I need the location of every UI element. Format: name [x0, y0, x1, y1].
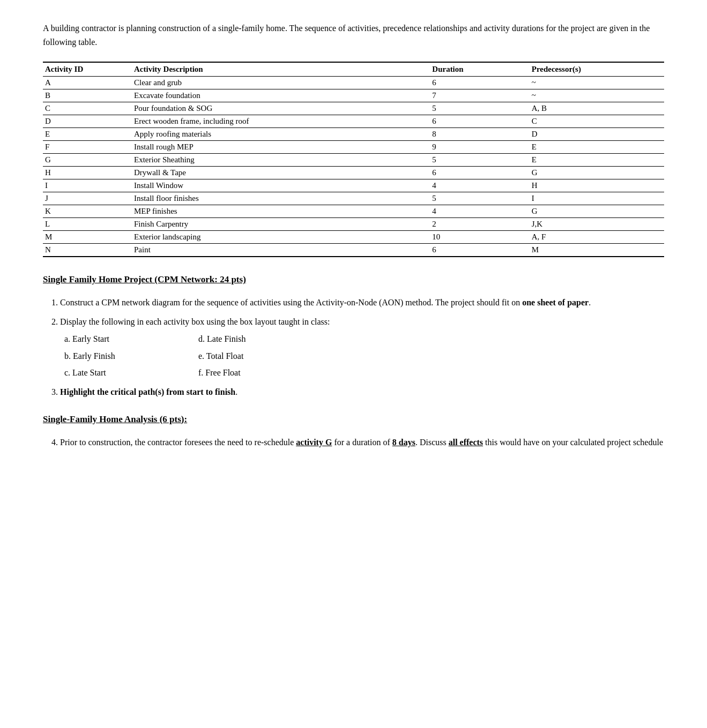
cell-id: F	[43, 141, 134, 154]
cell-duration: 5	[432, 102, 531, 115]
cell-duration: 10	[432, 231, 531, 244]
sub-item-a: a. Early Start	[64, 332, 198, 346]
q3-bold: Highlight the critical path(s) from star…	[60, 387, 235, 396]
q4-text: Prior to construction, the contractor fo…	[60, 438, 296, 447]
col-header-id: Activity ID	[43, 62, 134, 77]
cell-id: I	[43, 179, 134, 192]
cell-duration: 5	[432, 192, 531, 205]
questions-list: Construct a CPM network diagram for the …	[43, 296, 664, 399]
col-header-predecessors: Predecessor(s)	[532, 62, 664, 77]
cell-duration: 6	[432, 77, 531, 89]
table-row: AClear and grub6~	[43, 77, 664, 89]
cell-predecessors: E	[532, 154, 664, 167]
table-row: FInstall rough MEP9E	[43, 141, 664, 154]
table-row: KMEP finishes4G	[43, 205, 664, 218]
cell-duration: 4	[432, 179, 531, 192]
cell-predecessors: J,K	[532, 218, 664, 231]
table-row: HDrywall & Tape6G	[43, 167, 664, 179]
cell-description: Install floor finishes	[134, 192, 432, 205]
cell-id: D	[43, 115, 134, 128]
cell-id: K	[43, 205, 134, 218]
cell-predecessors: D	[532, 128, 664, 141]
cell-description: Excavate foundation	[134, 89, 432, 102]
sub-item-b: b. Early Finish	[64, 349, 198, 363]
cell-id: L	[43, 218, 134, 231]
intro-paragraph: A building contractor is planning constr…	[43, 21, 664, 49]
cell-duration: 9	[432, 141, 531, 154]
sub-items: a. Early Start d. Late Finish b. Early F…	[60, 332, 664, 380]
cell-id: H	[43, 167, 134, 179]
question-1: Construct a CPM network diagram for the …	[60, 296, 664, 310]
cell-description: Erect wooden frame, including roof	[134, 115, 432, 128]
cell-id: M	[43, 231, 134, 244]
cell-description: Install Window	[134, 179, 432, 192]
section1-title: Single Family Home Project (CPM Network:…	[43, 274, 664, 285]
cell-id: C	[43, 102, 134, 115]
q1-bold: one sheet of paper	[522, 298, 589, 307]
section2-title: Single-Family Home Analysis (6 pts):	[43, 414, 664, 425]
table-row: IInstall Window4H	[43, 179, 664, 192]
table-row: NPaint6M	[43, 244, 664, 257]
cell-duration: 8	[432, 128, 531, 141]
table-row: DErect wooden frame, including roof6C	[43, 115, 664, 128]
cell-description: Paint	[134, 244, 432, 257]
cell-description: MEP finishes	[134, 205, 432, 218]
cell-description: Drywall & Tape	[134, 167, 432, 179]
sub-item-e: e. Total Float	[198, 349, 332, 363]
table-row: GExterior Sheathing5E	[43, 154, 664, 167]
cell-predecessors: M	[532, 244, 664, 257]
cell-id: G	[43, 154, 134, 167]
cell-predecessors: A, B	[532, 102, 664, 115]
cell-description: Install rough MEP	[134, 141, 432, 154]
cell-description: Exterior landscaping	[134, 231, 432, 244]
cell-predecessors: G	[532, 167, 664, 179]
table-row: LFinish Carpentry2J,K	[43, 218, 664, 231]
cell-duration: 7	[432, 89, 531, 102]
cell-predecessors: ~	[532, 77, 664, 89]
activity-table: Activity ID Activity Description Duratio…	[43, 62, 664, 257]
q3-suffix: .	[235, 387, 237, 396]
analysis-questions-list: Prior to construction, the contractor fo…	[43, 436, 664, 449]
cell-description: Exterior Sheathing	[134, 154, 432, 167]
table-row: BExcavate foundation7~	[43, 89, 664, 102]
cell-id: B	[43, 89, 134, 102]
cell-description: Clear and grub	[134, 77, 432, 89]
cell-predecessors: G	[532, 205, 664, 218]
cell-id: N	[43, 244, 134, 257]
cell-predecessors: H	[532, 179, 664, 192]
q1-suffix: .	[589, 298, 591, 307]
q1-text: Construct a CPM network diagram for the …	[60, 298, 522, 307]
cell-predecessors: C	[532, 115, 664, 128]
cell-duration: 4	[432, 205, 531, 218]
table-row: CPour foundation & SOG5A, B	[43, 102, 664, 115]
q4-all-effects: all effects	[449, 438, 483, 447]
q4-8days: 8 days	[392, 438, 415, 447]
cell-id: E	[43, 128, 134, 141]
cell-duration: 6	[432, 244, 531, 257]
cell-predecessors: I	[532, 192, 664, 205]
cell-id: J	[43, 192, 134, 205]
col-header-description: Activity Description	[134, 62, 432, 77]
q4-text2: for a duration of	[332, 438, 392, 447]
question-3: Highlight the critical path(s) from star…	[60, 385, 664, 399]
q4-activity-g: activity G	[296, 438, 332, 447]
q4-text3: . Discuss	[415, 438, 449, 447]
question-2: Display the following in each activity b…	[60, 315, 664, 380]
sub-item-c: c. Late Start	[64, 365, 198, 380]
cell-description: Finish Carpentry	[134, 218, 432, 231]
table-row: MExterior landscaping10A, F	[43, 231, 664, 244]
cell-duration: 2	[432, 218, 531, 231]
cell-description: Apply roofing materials	[134, 128, 432, 141]
cell-id: A	[43, 77, 134, 89]
cell-predecessors: ~	[532, 89, 664, 102]
question-4: Prior to construction, the contractor fo…	[60, 436, 664, 449]
table-row: JInstall floor finishes5I	[43, 192, 664, 205]
table-row: EApply roofing materials8D	[43, 128, 664, 141]
cell-duration: 6	[432, 167, 531, 179]
q4-text4: this would have on your calculated proje…	[483, 438, 663, 447]
cell-description: Pour foundation & SOG	[134, 102, 432, 115]
cell-duration: 6	[432, 115, 531, 128]
cell-duration: 5	[432, 154, 531, 167]
q2-text: Display the following in each activity b…	[60, 317, 330, 326]
cell-predecessors: A, F	[532, 231, 664, 244]
